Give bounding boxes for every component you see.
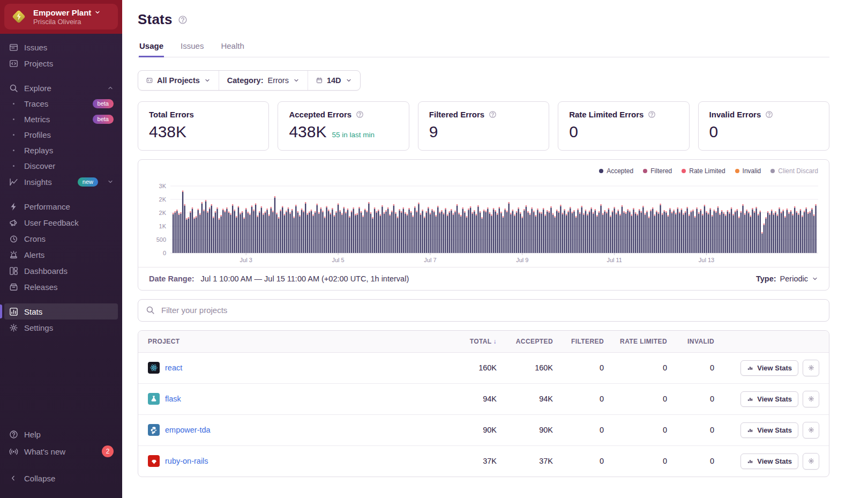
date-range-dropdown[interactable]: 14D bbox=[308, 71, 360, 90]
sidebar-item-label: Settings bbox=[24, 323, 53, 332]
sidebar-item-crons[interactable]: Crons bbox=[0, 231, 122, 247]
chart-type-dropdown[interactable]: Type: Periodic bbox=[756, 274, 818, 283]
sidebar-item-replays[interactable]: Replays bbox=[0, 143, 122, 158]
sidebar-item-insights[interactable]: Insights new bbox=[0, 174, 122, 190]
col-project[interactable]: PROJECT bbox=[148, 338, 443, 345]
category-filter-dropdown[interactable]: Category: Errors bbox=[219, 71, 308, 90]
filtered-value: 0 bbox=[553, 363, 604, 372]
help-circle-icon[interactable] bbox=[356, 110, 364, 118]
sidebar-item-metrics[interactable]: Metrics beta bbox=[0, 112, 122, 127]
sidebar-item-projects[interactable]: Projects bbox=[0, 55, 122, 71]
svg-text:0: 0 bbox=[163, 250, 166, 256]
card-invalid-errors: Invalid Errors 0 bbox=[698, 101, 829, 151]
invalid-value: 0 bbox=[667, 395, 714, 403]
sidebar-item-label: Alerts bbox=[24, 250, 44, 259]
sidebar-item-dashboards[interactable]: Dashboards bbox=[0, 263, 122, 279]
project-link[interactable]: empower-tda bbox=[165, 426, 211, 434]
card-value: 9 bbox=[429, 123, 538, 141]
sidebar-item-performance[interactable]: Performance bbox=[0, 198, 122, 214]
legend-rate-limited[interactable]: Rate Limited bbox=[682, 167, 725, 175]
view-stats-button[interactable]: View Stats bbox=[740, 360, 798, 376]
project-link[interactable]: flask bbox=[165, 395, 181, 403]
col-invalid[interactable]: INVALID bbox=[667, 338, 714, 345]
col-total[interactable]: TOTAL↓ bbox=[443, 338, 497, 345]
new-badge: new bbox=[78, 177, 98, 187]
sidebar-item-stats[interactable]: Stats bbox=[4, 303, 118, 319]
sidebar-item-label: Projects bbox=[24, 59, 53, 68]
tab-usage[interactable]: Usage bbox=[139, 41, 164, 57]
legend-dot bbox=[770, 169, 775, 173]
gear-icon bbox=[808, 427, 814, 433]
sidebar-item-discover[interactable]: Discover bbox=[0, 158, 122, 174]
search-input[interactable] bbox=[160, 305, 821, 315]
sidebar-item-label: Performance bbox=[24, 202, 70, 211]
gear-icon bbox=[9, 323, 18, 332]
col-accepted[interactable]: ACCEPTED bbox=[497, 338, 553, 345]
sidebar-item-traces[interactable]: Traces beta bbox=[0, 96, 122, 112]
react-platform-icon bbox=[148, 362, 160, 374]
sidebar-item-label: Stats bbox=[24, 307, 42, 316]
filtered-value: 0 bbox=[553, 457, 604, 465]
org-switcher[interactable]: Empower Plant Priscila Oliveira bbox=[4, 4, 118, 29]
mini-bars-icon bbox=[747, 427, 753, 433]
legend-invalid[interactable]: Invalid bbox=[735, 167, 761, 175]
sidebar-item-help[interactable]: Help bbox=[0, 426, 122, 442]
rate-limited-value: 0 bbox=[604, 363, 667, 372]
sidebar-item-whats-new[interactable]: What's new 2 bbox=[0, 442, 122, 460]
sidebar-item-profiles[interactable]: Profiles bbox=[0, 127, 122, 143]
svg-text:1K: 1K bbox=[159, 223, 167, 229]
tab-health[interactable]: Health bbox=[220, 41, 244, 57]
card-title: Total Errors bbox=[149, 110, 194, 119]
sidebar-item-settings[interactable]: Settings bbox=[0, 319, 122, 336]
accepted-rate-subtext: 55 in last min bbox=[332, 131, 375, 139]
clock-icon bbox=[9, 234, 18, 243]
org-logo-icon bbox=[10, 8, 28, 26]
tab-issues[interactable]: Issues bbox=[180, 41, 204, 57]
category-value: Errors bbox=[267, 76, 288, 85]
view-stats-button[interactable]: View Stats bbox=[740, 422, 798, 438]
sidebar-item-issues[interactable]: Issues bbox=[0, 39, 122, 55]
table-row: flask 94K 94K 0 0 0 View Stats bbox=[138, 384, 829, 415]
sidebar-item-explore[interactable]: Explore bbox=[0, 80, 122, 96]
legend-accepted[interactable]: Accepted bbox=[599, 167, 633, 175]
card-title: Accepted Errors bbox=[289, 110, 351, 119]
sidebar-item-alerts[interactable]: Alerts bbox=[0, 247, 122, 263]
sidebar-item-label: Replays bbox=[24, 146, 53, 155]
project-settings-button[interactable] bbox=[803, 360, 819, 376]
sidebar-collapse-button[interactable]: Collapse bbox=[0, 470, 122, 486]
view-stats-button[interactable]: View Stats bbox=[740, 391, 798, 407]
project-settings-button[interactable] bbox=[803, 422, 819, 438]
project-settings-button[interactable] bbox=[803, 391, 819, 407]
sidebar-item-label: Explore bbox=[24, 84, 51, 93]
project-link[interactable]: react bbox=[165, 363, 182, 372]
search-icon bbox=[146, 306, 155, 315]
stats-icon bbox=[9, 307, 18, 316]
chevron-down-icon bbox=[346, 77, 352, 84]
legend-filtered[interactable]: Filtered bbox=[643, 167, 672, 175]
legend-client-discard[interactable]: Client Discard bbox=[770, 167, 818, 175]
org-name: Empower Plant bbox=[33, 8, 91, 17]
help-circle-icon[interactable] bbox=[489, 110, 497, 118]
view-stats-button[interactable]: View Stats bbox=[740, 454, 798, 469]
help-circle-icon[interactable] bbox=[178, 15, 188, 25]
project-link[interactable]: ruby-on-rails bbox=[165, 457, 208, 465]
sidebar-item-user-feedback[interactable]: User Feedback bbox=[0, 214, 122, 231]
flask-platform-icon bbox=[148, 393, 160, 405]
total-value: 37K bbox=[443, 457, 497, 465]
broadcast-icon bbox=[9, 447, 18, 456]
date-range-value: 14D bbox=[327, 76, 341, 85]
help-circle-icon[interactable] bbox=[765, 110, 773, 118]
col-rate-limited[interactable]: RATE LIMITED bbox=[604, 338, 667, 345]
card-filtered-errors: Filtered Errors 9 bbox=[418, 101, 549, 151]
help-circle-icon[interactable] bbox=[648, 110, 656, 118]
usage-bar-chart: 05001K2K2K3KJul 3Jul 5Jul 7Jul 9Jul 11Ju… bbox=[146, 178, 821, 266]
svg-text:Jul 11: Jul 11 bbox=[607, 257, 622, 263]
project-settings-button[interactable] bbox=[803, 453, 819, 470]
sidebar-item-releases[interactable]: Releases bbox=[0, 279, 122, 295]
col-filtered[interactable]: FILTERED bbox=[553, 338, 604, 345]
project-filter-dropdown[interactable]: All Projects bbox=[138, 71, 219, 90]
sidebar-item-label: Issues bbox=[24, 43, 47, 52]
card-value: 0 bbox=[709, 123, 818, 141]
beta-badge: beta bbox=[93, 115, 114, 124]
beta-badge: beta bbox=[93, 99, 114, 108]
